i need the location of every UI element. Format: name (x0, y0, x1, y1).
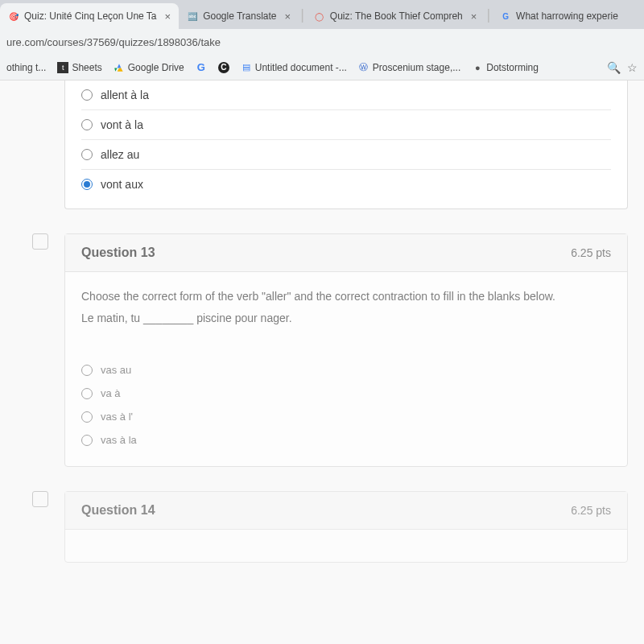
tab-quiz-unite[interactable]: 🎯 Quiz: Unité Cinq Leçon Une Ta × (0, 3, 179, 29)
question-13-card: Question 13 6.25 pts Choose the correct … (64, 233, 628, 467)
option-label: allent à la (101, 89, 149, 101)
page-content: allent à la vont à la allez au vont aux (0, 80, 644, 644)
radio-icon[interactable] (81, 119, 93, 130)
bookmark-google[interactable]: G (196, 62, 207, 73)
zoom-icon[interactable]: 🔍 (607, 61, 621, 74)
flag-button[interactable] (32, 233, 48, 250)
question-header: Question 14 6.25 pts (65, 492, 627, 530)
option-allez-au[interactable]: allez au (81, 140, 611, 170)
question-title: Question 14 (81, 503, 155, 518)
bookmark-label: Proscenium stage,... (373, 62, 460, 73)
bookmark-c[interactable]: C (218, 62, 229, 73)
option-vas-a-la[interactable]: vas à la (81, 428, 611, 452)
bookmark-drive[interactable]: Google Drive (114, 62, 184, 73)
close-icon[interactable]: × (165, 10, 171, 23)
option-label: vont aux (101, 178, 143, 191)
option-vas-a-l[interactable]: vas à l' (81, 405, 611, 428)
url-text: ure.com/courses/37569/quizzes/1898036/ta… (6, 36, 221, 48)
bookmark-label: Untitled document -... (255, 62, 347, 73)
bookmark-sheets[interactable]: t Sheets (57, 62, 101, 73)
radio-icon[interactable] (81, 388, 93, 399)
question-sentence: Le matin, tu ________ piscine pour nager… (81, 312, 611, 324)
tab-label: Quiz: Unité Cinq Leçon Une Ta (24, 10, 157, 22)
bookmark-doc[interactable]: ▤ Untitled document -... (241, 62, 347, 73)
radio-icon[interactable] (81, 179, 93, 190)
option-label: vas à l' (101, 411, 133, 423)
canvas-icon: 🎯 (8, 10, 19, 22)
tab-label: Google Translate (203, 10, 276, 22)
tab-divider: | (486, 6, 490, 23)
dot-icon: ● (472, 62, 483, 73)
tab-google-search[interactable]: G What harrowing experie (492, 3, 626, 29)
tab-book-thief[interactable]: ◯ Quiz: The Book Thief Compreh × (306, 3, 485, 29)
bookmark-label: Dotstorming (486, 62, 539, 73)
bookmarks-bar: othing t... t Sheets Google Drive G C ▤ … (0, 55, 644, 80)
canvas-icon: ◯ (314, 10, 325, 22)
star-icon[interactable]: ☆ (627, 61, 638, 74)
radio-icon[interactable] (81, 365, 93, 376)
option-label: allez au (101, 148, 139, 161)
drive-icon (114, 62, 125, 73)
bookmark-othing[interactable]: othing t... (6, 62, 46, 73)
radio-icon[interactable] (81, 149, 93, 160)
option-label: va à (101, 387, 121, 399)
option-label: vas au (101, 364, 131, 376)
question-points: 6.25 pts (571, 504, 611, 517)
question-12-card: allent à la vont à la allez au vont aux (64, 80, 628, 209)
sheets-icon: t (57, 62, 68, 73)
question-prompt: Choose the correct form of the verb "all… (81, 288, 611, 305)
tab-label: What harrowing experie (516, 10, 618, 22)
tab-label: Quiz: The Book Thief Compreh (330, 10, 463, 22)
radio-icon[interactable] (81, 435, 93, 446)
radio-icon[interactable] (81, 411, 93, 423)
option-va-a[interactable]: va à (81, 382, 611, 405)
bookmark-label: Sheets (72, 62, 101, 73)
option-vas-au[interactable]: vas au (81, 358, 611, 382)
url-bar[interactable]: ure.com/courses/37569/quizzes/1898036/ta… (0, 29, 644, 55)
wiki-icon: Ⓦ (358, 62, 369, 73)
option-vont-a-la[interactable]: vont à la (81, 110, 611, 140)
question-14-card: Question 14 6.25 pts (64, 491, 628, 563)
bookmark-dotstorming[interactable]: ● Dotstorming (472, 62, 539, 73)
question-points: 6.25 pts (571, 246, 611, 259)
docs-icon: ▤ (241, 62, 252, 73)
bookmark-label: Google Drive (128, 62, 184, 73)
option-label: vont à la (101, 118, 143, 131)
bookmark-label: othing t... (6, 62, 46, 73)
option-allent[interactable]: allent à la (81, 80, 611, 110)
google-icon: G (196, 62, 207, 73)
option-vont-aux[interactable]: vont aux (81, 170, 611, 199)
close-icon[interactable]: × (471, 10, 477, 23)
close-icon[interactable]: × (285, 10, 291, 23)
translate-icon: 🔤 (187, 10, 198, 22)
question-title: Question 13 (81, 246, 155, 260)
radio-icon[interactable] (81, 89, 93, 101)
google-icon: G (500, 10, 511, 22)
tab-divider: | (300, 6, 304, 23)
tab-google-translate[interactable]: 🔤 Google Translate × (179, 3, 299, 29)
bookmark-proscenium[interactable]: Ⓦ Proscenium stage,... (358, 62, 460, 73)
option-label: vas à la (101, 434, 137, 446)
flag-button[interactable] (32, 491, 48, 507)
question-header: Question 13 6.25 pts (65, 234, 627, 272)
c-icon: C (218, 62, 229, 73)
browser-tabs: 🎯 Quiz: Unité Cinq Leçon Une Ta × 🔤 Goog… (0, 0, 644, 29)
toolbar-right: 🔍 ☆ (607, 61, 638, 74)
